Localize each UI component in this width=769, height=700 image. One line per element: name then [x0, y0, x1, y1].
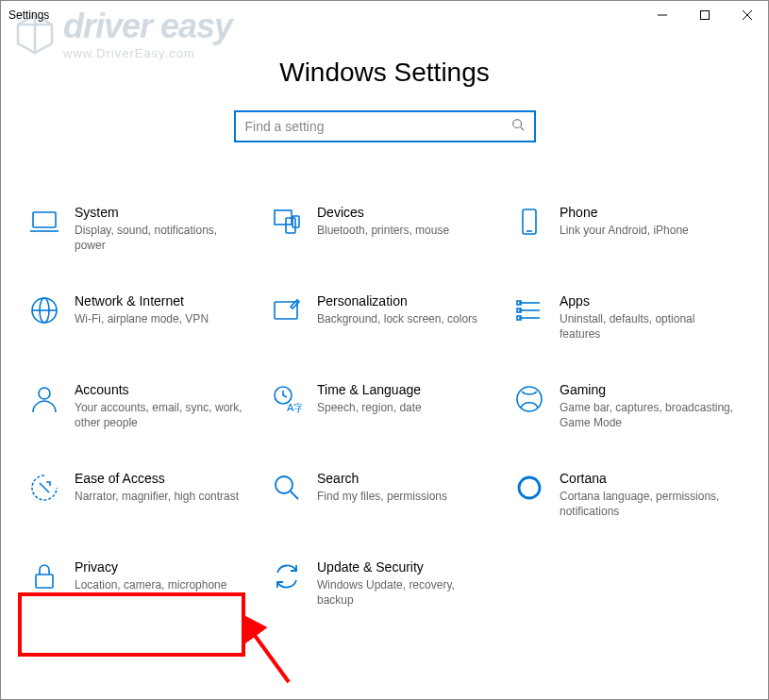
- search-input[interactable]: [245, 119, 511, 134]
- tile-desc: Uninstall, defaults, optional features: [560, 311, 734, 342]
- svg-rect-6: [33, 212, 56, 227]
- svg-rect-11: [523, 209, 536, 234]
- minimize-button[interactable]: [641, 1, 683, 29]
- search-icon: [511, 118, 525, 135]
- tile-gaming[interactable]: Gaming Game bar, captures, broadcasting,…: [510, 376, 744, 458]
- svg-point-26: [517, 387, 542, 411]
- tile-apps[interactable]: Apps Uninstall, defaults, optional featu…: [510, 288, 744, 369]
- tile-desc: Game bar, captures, broadcasting, Game M…: [560, 400, 734, 430]
- tile-devices[interactable]: Devices Bluetooth, printers, mouse: [268, 199, 501, 280]
- tile-title: Privacy: [75, 559, 249, 575]
- xbox-icon: [514, 384, 544, 414]
- svg-rect-9: [286, 218, 295, 233]
- laptop-icon: [29, 207, 59, 237]
- tile-cortana[interactable]: Cortana Cortana language, permissions, n…: [510, 465, 744, 546]
- svg-point-27: [276, 476, 293, 493]
- page-title: Windows Settings: [1, 58, 768, 88]
- svg-rect-1: [700, 11, 709, 20]
- close-button[interactable]: [726, 1, 768, 29]
- svg-rect-30: [36, 575, 53, 588]
- tile-title: Accounts: [75, 382, 249, 397]
- tile-title: Gaming: [560, 382, 734, 397]
- apps-icon: [514, 295, 544, 325]
- tile-phone[interactable]: Phone Link your Android, iPhone: [510, 199, 744, 280]
- tile-time[interactable]: A字 Time & Language Speech, region, date: [268, 376, 501, 458]
- tile-title: Ease of Access: [75, 471, 249, 486]
- tile-desc: Background, lock screen, colors: [317, 311, 492, 326]
- tile-title: Search: [317, 471, 492, 486]
- svg-text:A字: A字: [287, 402, 302, 413]
- tile-desc: Location, camera, microphone: [75, 577, 249, 592]
- tile-privacy[interactable]: Privacy Location, camera, microphone: [25, 554, 259, 635]
- tile-desc: Cortana language, permissions, notificat…: [560, 489, 734, 519]
- tile-system[interactable]: System Display, sound, notifications, po…: [25, 199, 259, 280]
- tile-desc: Find my files, permissions: [317, 489, 492, 504]
- tile-desc: Bluetooth, printers, mouse: [317, 223, 492, 238]
- tile-ease-of-access[interactable]: Ease of Access Narrator, magnifier, high…: [25, 465, 259, 546]
- magnifier-icon: [272, 473, 302, 503]
- tile-search[interactable]: Search Find my files, permissions: [268, 465, 501, 546]
- tile-desc: Display, sound, notifications, power: [75, 223, 249, 253]
- tile-title: Network & Internet: [75, 293, 249, 308]
- paint-icon: [272, 295, 302, 325]
- tile-title: Personalization: [317, 293, 492, 308]
- settings-grid: System Display, sound, notifications, po…: [1, 142, 768, 635]
- devices-icon: [272, 207, 302, 237]
- tile-desc: Your accounts, email, sync, work, other …: [75, 400, 249, 430]
- titlebar: Settings: [1, 1, 768, 29]
- svg-line-28: [291, 492, 298, 499]
- tile-desc: Narrator, magnifier, high contrast: [75, 489, 249, 504]
- tile-title: Update & Security: [317, 559, 492, 575]
- tile-title: Time & Language: [317, 382, 492, 397]
- sync-icon: [272, 561, 302, 592]
- svg-line-5: [520, 127, 524, 131]
- search-box[interactable]: [234, 110, 536, 142]
- tile-title: Devices: [317, 205, 492, 220]
- svg-point-23: [39, 388, 50, 399]
- tile-desc: Windows Update, recovery, backup: [317, 577, 492, 608]
- tile-network[interactable]: Network & Internet Wi-Fi, airplane mode,…: [25, 288, 259, 369]
- ease-of-access-icon: [29, 473, 59, 503]
- svg-point-29: [519, 477, 540, 498]
- tile-update[interactable]: Update & Security Windows Update, recove…: [268, 554, 501, 635]
- maximize-button[interactable]: [683, 1, 726, 29]
- tile-desc: Wi-Fi, airplane mode, VPN: [75, 311, 249, 326]
- cortana-icon: [514, 473, 544, 503]
- tile-title: Cortana: [560, 471, 734, 486]
- phone-icon: [514, 207, 544, 237]
- svg-line-32: [251, 630, 289, 682]
- person-icon: [29, 384, 59, 414]
- tile-accounts[interactable]: Accounts Your accounts, email, sync, wor…: [25, 376, 259, 458]
- tile-title: Apps: [560, 293, 734, 308]
- tile-title: System: [75, 205, 249, 220]
- tile-desc: Link your Android, iPhone: [560, 223, 734, 238]
- tile-desc: Speech, region, date: [317, 400, 492, 415]
- tile-personalization[interactable]: Personalization Background, lock screen,…: [268, 288, 501, 369]
- time-language-icon: A字: [272, 384, 302, 414]
- globe-icon: [29, 295, 59, 325]
- window-title: Settings: [8, 8, 49, 22]
- tile-title: Phone: [560, 205, 734, 220]
- svg-point-4: [512, 120, 521, 128]
- lock-icon: [29, 561, 59, 592]
